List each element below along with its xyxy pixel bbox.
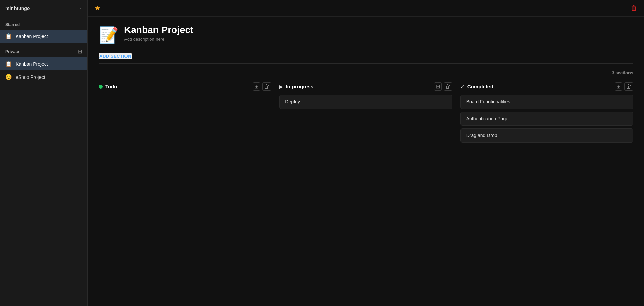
column-in-progress-actions: ⊞ 🗑 — [434, 82, 452, 91]
sidebar: minhtungo → Starred 📋 Kanban Project Pri… — [0, 0, 88, 306]
column-completed-header: ✓ Completed ⊞ 🗑 — [460, 82, 633, 91]
project-description: Add description here. — [124, 37, 193, 42]
starred-label: Starred — [0, 17, 87, 30]
in-progress-play-icon: ▶ — [279, 84, 283, 89]
section-divider — [99, 63, 633, 64]
column-completed-title: Completed — [467, 84, 494, 89]
project-title: Kanban Project — [124, 25, 193, 35]
card-authentication-page[interactable]: Authentication Page — [460, 112, 633, 126]
kanban-private-label: Kanban Project — [16, 61, 48, 67]
column-in-progress-title-area: ▶ In progress — [279, 84, 431, 89]
sections-count: 3 sections — [612, 70, 633, 75]
column-todo: Todo ⊞ 🗑 — [99, 82, 271, 95]
in-progress-delete-button[interactable]: 🗑 — [444, 82, 452, 91]
private-section-header: Private ⊞ — [0, 43, 87, 57]
section-controls-row: ADD SECTION — [99, 48, 633, 59]
card-deploy[interactable]: Deploy — [279, 95, 452, 109]
delete-project-icon[interactable]: 🗑 — [631, 4, 637, 12]
add-private-project-icon[interactable]: ⊞ — [78, 48, 82, 55]
kanban-starred-label: Kanban Project — [16, 34, 48, 39]
todo-status-dot — [99, 85, 103, 89]
sidebar-username: minhtungo — [5, 6, 30, 11]
kanban-starred-icon: 📋 — [5, 33, 12, 39]
private-label: Private — [5, 49, 19, 54]
add-section-button[interactable]: ADD SECTION — [99, 53, 132, 59]
column-todo-title: Todo — [105, 84, 117, 89]
column-todo-header: Todo ⊞ 🗑 — [99, 82, 271, 91]
card-board-functionalities-title: Board Functionalities — [466, 99, 510, 104]
column-completed-actions: ⊞ 🗑 — [615, 82, 633, 91]
card-deploy-title: Deploy — [285, 99, 300, 104]
kanban-board: Todo ⊞ 🗑 ▶ In progress ⊞ — [99, 82, 633, 145]
kanban-private-icon: 📋 — [5, 61, 12, 67]
todo-delete-button[interactable]: 🗑 — [262, 82, 271, 91]
completed-add-card-button[interactable]: ⊞ — [615, 82, 622, 91]
completed-delete-button[interactable]: 🗑 — [624, 82, 633, 91]
card-board-functionalities[interactable]: Board Functionalities — [460, 95, 633, 109]
sidebar-item-eshop[interactable]: 😊 eShop Project — [0, 70, 87, 84]
card-drag-and-drop[interactable]: Drag and Drop — [460, 128, 633, 143]
column-todo-title-area: Todo — [99, 84, 250, 89]
in-progress-add-card-button[interactable]: ⊞ — [434, 82, 442, 91]
card-authentication-page-title: Authentication Page — [466, 116, 508, 121]
column-completed: ✓ Completed ⊞ 🗑 Board Functionalities Au… — [460, 82, 633, 145]
main-content-area: ★ 🗑 📝 Kanban Project Add description her… — [88, 0, 644, 306]
project-header: 📝 Kanban Project Add description here. — [99, 25, 633, 45]
column-completed-title-area: ✓ Completed — [460, 84, 612, 89]
sidebar-item-kanban-private[interactable]: 📋 Kanban Project — [0, 57, 87, 70]
completed-check-icon: ✓ — [460, 84, 465, 89]
column-in-progress: ▶ In progress ⊞ 🗑 Deploy — [279, 82, 452, 112]
sidebar-item-kanban-starred[interactable]: 📋 Kanban Project — [0, 30, 87, 43]
column-in-progress-header: ▶ In progress ⊞ 🗑 — [279, 82, 452, 91]
column-in-progress-title: In progress — [286, 84, 313, 89]
column-todo-actions: ⊞ 🗑 — [253, 82, 271, 91]
main-topbar: ★ 🗑 — [88, 0, 644, 17]
project-title-area: Kanban Project Add description here. — [124, 25, 193, 42]
eshop-icon: 😊 — [5, 74, 12, 80]
todo-add-card-button[interactable]: ⊞ — [253, 82, 260, 91]
card-drag-and-drop-title: Drag and Drop — [466, 133, 497, 138]
sections-count-row: 3 sections — [99, 70, 633, 75]
project-icon: 📝 — [99, 26, 119, 45]
logout-icon[interactable]: → — [76, 5, 82, 12]
sidebar-header: minhtungo → — [0, 0, 87, 17]
project-main-content: 📝 Kanban Project Add description here. A… — [88, 17, 644, 306]
eshop-label: eShop Project — [16, 74, 45, 80]
star-project-icon[interactable]: ★ — [94, 4, 101, 12]
